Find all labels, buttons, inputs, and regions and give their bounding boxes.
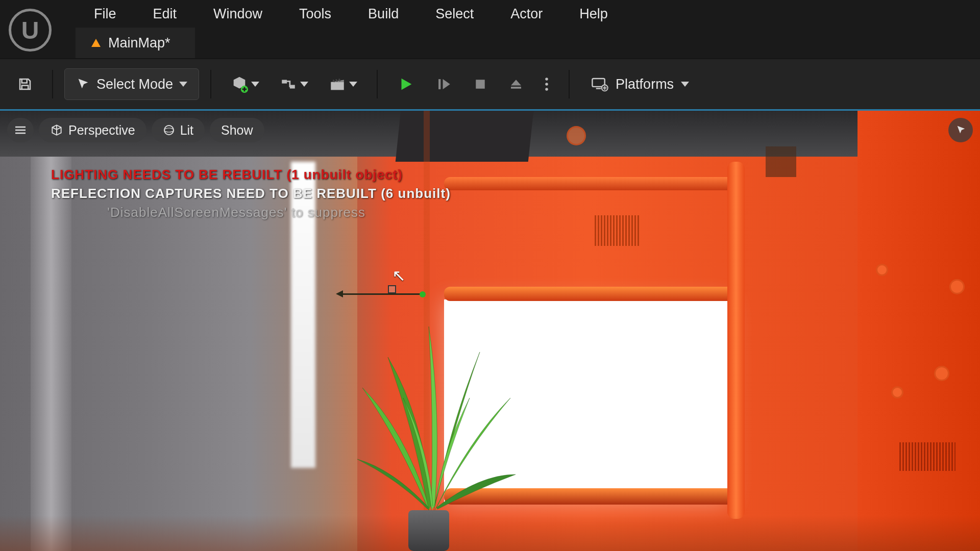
viewport-options-button[interactable] xyxy=(7,118,34,142)
chevron-down-icon xyxy=(300,82,308,87)
save-icon xyxy=(17,75,33,93)
hamburger-icon xyxy=(14,126,27,135)
kebab-icon xyxy=(544,77,549,92)
blueprint-icon xyxy=(280,76,297,93)
cinematics-button[interactable] xyxy=(321,68,365,100)
tab-mainmap[interactable]: MainMap* xyxy=(76,28,195,58)
save-button[interactable] xyxy=(9,68,41,100)
svg-rect-5 xyxy=(476,80,485,89)
svg-point-7 xyxy=(545,78,548,81)
perspective-label: Perspective xyxy=(68,123,135,138)
separator xyxy=(52,70,53,98)
svg-rect-1 xyxy=(282,80,287,84)
separator xyxy=(210,70,211,98)
menubar: File Edit Window Tools Build Select Acto… xyxy=(0,0,980,28)
platforms-icon xyxy=(591,77,608,92)
eject-icon xyxy=(508,77,524,92)
chevron-down-icon xyxy=(349,82,357,87)
svg-point-8 xyxy=(545,83,548,86)
reflection-warning: REFLECTION CAPTURES NEED TO BE REBUILT (… xyxy=(51,186,451,202)
svg-point-14 xyxy=(164,128,174,132)
viewport[interactable]: ↖ Perspective Lit Show LIGHTING NEEDS TO… xyxy=(0,109,980,551)
blueprint-button[interactable] xyxy=(272,68,316,100)
separator xyxy=(569,70,570,98)
platforms-label: Platforms xyxy=(616,77,674,92)
chevron-down-icon xyxy=(179,82,187,87)
select-mode-dropdown[interactable]: Select Mode xyxy=(64,68,199,100)
viewport-messages: LIGHTING NEEDS TO BE REBUILT (1 unbuilt … xyxy=(51,167,451,220)
show-label: Show xyxy=(221,123,253,138)
chevron-down-icon xyxy=(251,82,259,87)
step-icon xyxy=(435,76,452,93)
play-options-button[interactable] xyxy=(536,68,557,100)
menu-select[interactable]: Select xyxy=(417,6,492,22)
unreal-logo[interactable]: U xyxy=(6,6,54,54)
add-content-button[interactable] xyxy=(223,68,267,100)
transform-gizmo[interactable]: ↖ xyxy=(378,264,408,299)
svg-rect-3 xyxy=(331,82,344,90)
cube-plus-icon xyxy=(231,76,248,93)
viewport-toolbar: Perspective Lit Show xyxy=(7,118,264,142)
stop-icon xyxy=(473,77,488,92)
svg-point-9 xyxy=(545,88,548,91)
cursor-icon xyxy=(76,77,90,91)
cursor-icon: ↖ xyxy=(392,266,406,285)
svg-rect-11 xyxy=(596,88,601,89)
cube-icon xyxy=(50,123,63,137)
perspective-dropdown[interactable]: Perspective xyxy=(39,118,146,142)
svg-rect-2 xyxy=(290,85,295,88)
play-controls xyxy=(389,68,557,100)
menu-edit[interactable]: Edit xyxy=(135,6,195,22)
play-icon xyxy=(397,76,414,93)
svg-point-13 xyxy=(164,126,174,135)
select-mode-label: Select Mode xyxy=(96,77,173,92)
lit-label: Lit xyxy=(180,123,193,138)
separator xyxy=(377,70,378,98)
menu-file[interactable]: File xyxy=(76,6,135,22)
play-button[interactable] xyxy=(389,68,423,100)
chevron-down-icon xyxy=(681,82,689,87)
viewport-corner-button[interactable] xyxy=(948,118,973,142)
menu-window[interactable]: Window xyxy=(195,6,281,22)
menu-actor[interactable]: Actor xyxy=(492,6,561,22)
suppress-hint: 'DisableAllScreenMessages' to suppress xyxy=(51,205,451,220)
sphere-icon xyxy=(163,124,175,136)
scene-plant xyxy=(368,286,510,551)
cursor-icon xyxy=(955,124,966,136)
tab-label: MainMap* xyxy=(108,35,170,51)
lit-dropdown[interactable]: Lit xyxy=(152,118,205,142)
svg-rect-6 xyxy=(511,87,521,89)
platforms-dropdown[interactable]: Platforms xyxy=(581,68,699,100)
step-button[interactable] xyxy=(427,68,460,100)
tabbar: MainMap* xyxy=(0,28,980,58)
show-dropdown[interactable]: Show xyxy=(210,118,264,142)
clapboard-icon xyxy=(329,76,346,93)
toolbar: Select Mode xyxy=(0,58,980,109)
svg-rect-4 xyxy=(438,79,440,89)
menu-tools[interactable]: Tools xyxy=(281,6,350,22)
level-icon xyxy=(90,37,102,49)
stop-button[interactable] xyxy=(464,68,496,100)
menu-help[interactable]: Help xyxy=(561,6,626,22)
lighting-warning: LIGHTING NEEDS TO BE REBUILT (1 unbuilt … xyxy=(51,167,451,183)
menu-build[interactable]: Build xyxy=(350,6,417,22)
content-tools xyxy=(223,68,365,100)
eject-button[interactable] xyxy=(500,68,532,100)
